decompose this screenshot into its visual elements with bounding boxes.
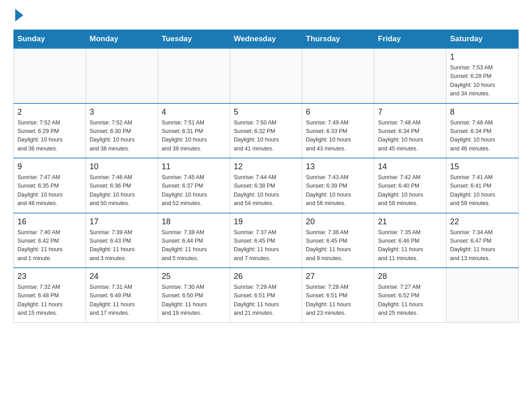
calendar-cell: 21Sunrise: 7:35 AMSunset: 6:46 PMDayligh… (374, 213, 446, 268)
calendar-week-row: 9Sunrise: 7:47 AMSunset: 6:35 PMDaylight… (14, 158, 519, 213)
day-number: 14 (378, 162, 442, 171)
calendar-cell: 11Sunrise: 7:45 AMSunset: 6:37 PMDayligh… (158, 158, 230, 213)
calendar-cell (302, 48, 374, 103)
calendar-cell (86, 48, 158, 103)
day-number: 13 (306, 162, 370, 171)
calendar-cell: 19Sunrise: 7:37 AMSunset: 6:45 PMDayligh… (230, 213, 302, 268)
day-info: Sunrise: 7:46 AMSunset: 6:36 PMDaylight:… (90, 173, 154, 208)
calendar-cell: 6Sunrise: 7:49 AMSunset: 6:33 PMDaylight… (302, 103, 374, 158)
day-info: Sunrise: 7:52 AMSunset: 6:30 PMDaylight:… (90, 119, 154, 154)
calendar-cell: 23Sunrise: 7:32 AMSunset: 6:48 PMDayligh… (14, 268, 86, 322)
calendar-cell: 17Sunrise: 7:39 AMSunset: 6:43 PMDayligh… (86, 213, 158, 268)
calendar-cell: 12Sunrise: 7:44 AMSunset: 6:38 PMDayligh… (230, 158, 302, 213)
page-header (13, 9, 519, 21)
calendar-cell: 14Sunrise: 7:42 AMSunset: 6:40 PMDayligh… (374, 158, 446, 213)
day-number: 7 (378, 107, 442, 117)
day-number: 1 (450, 52, 515, 62)
calendar-cell: 5Sunrise: 7:50 AMSunset: 6:32 PMDaylight… (230, 103, 302, 158)
day-number: 5 (234, 107, 298, 117)
calendar-cell (158, 48, 230, 103)
logo-arrow-icon (15, 9, 23, 21)
day-number: 28 (378, 272, 442, 281)
day-info: Sunrise: 7:48 AMSunset: 6:34 PMDaylight:… (378, 119, 442, 154)
day-info: Sunrise: 7:38 AMSunset: 6:44 PMDaylight:… (162, 228, 226, 263)
day-number: 18 (162, 217, 226, 227)
calendar-cell (230, 48, 302, 103)
calendar-cell: 26Sunrise: 7:29 AMSunset: 6:51 PMDayligh… (230, 268, 302, 322)
calendar-cell (446, 268, 519, 322)
calendar-cell: 22Sunrise: 7:34 AMSunset: 6:47 PMDayligh… (446, 213, 519, 268)
calendar-table: SundayMondayTuesdayWednesdayThursdayFrid… (13, 30, 519, 323)
logo (13, 9, 23, 21)
day-info: Sunrise: 7:43 AMSunset: 6:39 PMDaylight:… (306, 173, 370, 208)
day-info: Sunrise: 7:36 AMSunset: 6:45 PMDaylight:… (306, 228, 370, 263)
day-number: 24 (90, 272, 154, 281)
calendar-week-row: 2Sunrise: 7:52 AMSunset: 6:29 PMDaylight… (14, 103, 519, 158)
calendar-cell: 8Sunrise: 7:48 AMSunset: 6:34 PMDaylight… (446, 103, 519, 158)
day-info: Sunrise: 7:28 AMSunset: 6:51 PMDaylight:… (306, 283, 370, 318)
day-number: 19 (234, 217, 298, 227)
day-number: 23 (17, 272, 82, 281)
day-info: Sunrise: 7:41 AMSunset: 6:41 PMDaylight:… (450, 173, 515, 208)
day-number: 2 (17, 107, 82, 117)
day-number: 3 (90, 107, 154, 117)
day-info: Sunrise: 7:32 AMSunset: 6:48 PMDaylight:… (17, 283, 82, 318)
day-number: 21 (378, 217, 442, 227)
calendar-cell: 1Sunrise: 7:53 AMSunset: 6:28 PMDaylight… (446, 48, 519, 103)
day-info: Sunrise: 7:53 AMSunset: 6:28 PMDaylight:… (450, 64, 515, 98)
day-number: 6 (306, 107, 370, 117)
day-info: Sunrise: 7:30 AMSunset: 6:50 PMDaylight:… (162, 283, 226, 318)
calendar-cell: 18Sunrise: 7:38 AMSunset: 6:44 PMDayligh… (158, 213, 230, 268)
weekday-header-tuesday: Tuesday (158, 30, 230, 49)
day-number: 9 (17, 162, 82, 171)
day-info: Sunrise: 7:47 AMSunset: 6:35 PMDaylight:… (17, 173, 82, 208)
calendar-cell: 7Sunrise: 7:48 AMSunset: 6:34 PMDaylight… (374, 103, 446, 158)
day-number: 20 (306, 217, 370, 227)
calendar-cell: 13Sunrise: 7:43 AMSunset: 6:39 PMDayligh… (302, 158, 374, 213)
weekday-header-wednesday: Wednesday (230, 30, 302, 49)
calendar-cell: 9Sunrise: 7:47 AMSunset: 6:35 PMDaylight… (14, 158, 86, 213)
weekday-header-sunday: Sunday (14, 30, 86, 49)
day-number: 16 (17, 217, 82, 227)
calendar-cell: 2Sunrise: 7:52 AMSunset: 6:29 PMDaylight… (14, 103, 86, 158)
day-number: 25 (162, 272, 226, 281)
weekday-header-friday: Friday (374, 30, 446, 49)
calendar-cell: 3Sunrise: 7:52 AMSunset: 6:30 PMDaylight… (86, 103, 158, 158)
day-number: 15 (450, 162, 515, 171)
calendar-cell: 27Sunrise: 7:28 AMSunset: 6:51 PMDayligh… (302, 268, 374, 322)
calendar-week-row: 16Sunrise: 7:40 AMSunset: 6:42 PMDayligh… (14, 213, 519, 268)
weekday-header-monday: Monday (86, 30, 158, 49)
weekday-header-thursday: Thursday (302, 30, 374, 49)
day-number: 11 (162, 162, 226, 171)
calendar-cell: 10Sunrise: 7:46 AMSunset: 6:36 PMDayligh… (86, 158, 158, 213)
day-info: Sunrise: 7:39 AMSunset: 6:43 PMDaylight:… (90, 228, 154, 263)
day-info: Sunrise: 7:51 AMSunset: 6:31 PMDaylight:… (162, 119, 226, 154)
day-number: 10 (90, 162, 154, 171)
day-info: Sunrise: 7:31 AMSunset: 6:49 PMDaylight:… (90, 283, 154, 318)
day-number: 22 (450, 217, 515, 227)
day-number: 12 (234, 162, 298, 171)
calendar-cell: 15Sunrise: 7:41 AMSunset: 6:41 PMDayligh… (446, 158, 519, 213)
weekday-header-row: SundayMondayTuesdayWednesdayThursdayFrid… (14, 30, 519, 49)
day-number: 8 (450, 107, 515, 117)
day-info: Sunrise: 7:42 AMSunset: 6:40 PMDaylight:… (378, 173, 442, 208)
calendar-cell: 4Sunrise: 7:51 AMSunset: 6:31 PMDaylight… (158, 103, 230, 158)
day-info: Sunrise: 7:29 AMSunset: 6:51 PMDaylight:… (234, 283, 298, 318)
weekday-header-saturday: Saturday (446, 30, 519, 49)
day-info: Sunrise: 7:52 AMSunset: 6:29 PMDaylight:… (17, 119, 82, 154)
day-info: Sunrise: 7:48 AMSunset: 6:34 PMDaylight:… (450, 119, 515, 154)
day-info: Sunrise: 7:45 AMSunset: 6:37 PMDaylight:… (162, 173, 226, 208)
calendar-cell (14, 48, 86, 103)
calendar-cell: 24Sunrise: 7:31 AMSunset: 6:49 PMDayligh… (86, 268, 158, 322)
calendar-week-row: 1Sunrise: 7:53 AMSunset: 6:28 PMDaylight… (14, 48, 519, 103)
calendar-cell: 25Sunrise: 7:30 AMSunset: 6:50 PMDayligh… (158, 268, 230, 322)
day-number: 4 (162, 107, 226, 117)
calendar-week-row: 23Sunrise: 7:32 AMSunset: 6:48 PMDayligh… (14, 268, 519, 322)
day-number: 26 (234, 272, 298, 281)
calendar-cell: 16Sunrise: 7:40 AMSunset: 6:42 PMDayligh… (14, 213, 86, 268)
day-info: Sunrise: 7:50 AMSunset: 6:32 PMDaylight:… (234, 119, 298, 154)
day-info: Sunrise: 7:44 AMSunset: 6:38 PMDaylight:… (234, 173, 298, 208)
day-number: 27 (306, 272, 370, 281)
day-info: Sunrise: 7:34 AMSunset: 6:47 PMDaylight:… (450, 228, 515, 263)
day-info: Sunrise: 7:40 AMSunset: 6:42 PMDaylight:… (17, 228, 82, 263)
